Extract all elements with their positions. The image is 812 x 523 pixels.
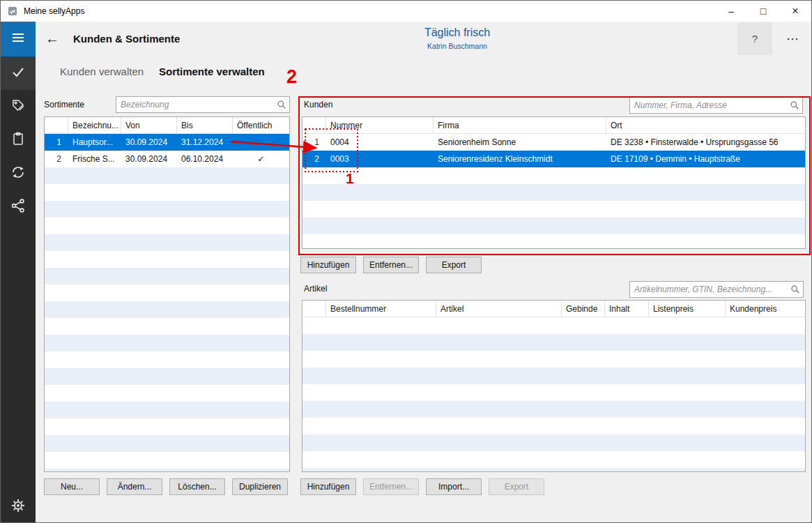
artikel-export-button[interactable]: Export bbox=[489, 478, 544, 495]
empty-row bbox=[45, 435, 289, 452]
empty-row bbox=[302, 317, 805, 334]
kunden-hinzufuegen-button[interactable]: Hinzufügen bbox=[300, 257, 356, 273]
kunden-entfernen-button[interactable]: Entfernen... bbox=[363, 257, 419, 273]
empty-row bbox=[302, 234, 805, 249]
column-header-gebinde[interactable]: Gebinde bbox=[562, 301, 605, 317]
sidebar-item-share[interactable] bbox=[1, 190, 36, 224]
org-name[interactable]: Täglich frisch bbox=[353, 26, 562, 39]
column-header-bestellnummer[interactable]: Bestellnummer bbox=[326, 301, 436, 317]
column-header-nummer[interactable]: Nummer bbox=[326, 117, 434, 133]
help-button[interactable]: ? bbox=[737, 22, 772, 55]
column-header-rownum bbox=[302, 117, 326, 133]
hamburger-menu-button[interactable] bbox=[1, 22, 36, 56]
sortimente-search-input[interactable] bbox=[116, 96, 290, 113]
artikel-label: Artikel bbox=[304, 284, 327, 294]
share-network-icon bbox=[10, 198, 26, 216]
empty-row bbox=[45, 201, 289, 218]
aendern-button[interactable]: Ändern... bbox=[107, 478, 162, 495]
table-row[interactable]: 2 Frische S... 30.09.2024 06.10.2024 ✓ bbox=[45, 151, 289, 167]
sortimente-label: Sortimente bbox=[44, 100, 84, 109]
sync-icon bbox=[10, 165, 26, 183]
more-options-button[interactable]: ⋯ bbox=[776, 22, 809, 55]
column-header-listenpreis[interactable]: Listenpreis bbox=[649, 301, 726, 317]
artikel-hinzufuegen-button[interactable]: Hinzufügen bbox=[300, 478, 356, 495]
cell-oeffentlich: ✓ bbox=[233, 154, 289, 164]
user-name[interactable]: Katrin Buschmann bbox=[353, 42, 562, 50]
sidebar-item-sortimente[interactable] bbox=[1, 90, 36, 123]
column-header-rownum bbox=[302, 301, 326, 317]
maximize-button[interactable]: □ bbox=[747, 1, 779, 22]
sortimente-table-body: 1 Hauptsor... 30.09.2024 31.12.2024 2 Fr… bbox=[45, 134, 289, 472]
table-row[interactable]: 1 0004 Seniorenheim Sonne DE 3238 • Fins… bbox=[302, 134, 805, 151]
kunden-export-button[interactable]: Export bbox=[426, 257, 482, 273]
tab-sortimente-verwalten[interactable]: Sortimente verwalten bbox=[159, 66, 265, 77]
empty-row bbox=[45, 285, 289, 301]
kunden-table-body: 1 0004 Seniorenheim Sonne DE 3238 • Fins… bbox=[302, 134, 805, 249]
sidebar-item-clipboard[interactable] bbox=[1, 123, 36, 157]
app-window: Meine sellyApps – □ × bbox=[0, 0, 812, 523]
cell-bis: 06.10.2024 bbox=[177, 154, 233, 164]
close-button[interactable]: × bbox=[779, 1, 811, 22]
empty-row bbox=[45, 218, 289, 234]
hamburger-icon bbox=[10, 30, 26, 48]
column-header-inhalt[interactable]: Inhalt bbox=[605, 301, 649, 317]
window-controls: – □ × bbox=[715, 1, 811, 22]
empty-row bbox=[302, 184, 805, 201]
cell-von: 30.09.2024 bbox=[121, 154, 177, 164]
duplizieren-button[interactable]: Duplizieren bbox=[232, 478, 288, 495]
column-header-von[interactable]: Von bbox=[121, 117, 177, 133]
sidebar-item-tasks[interactable] bbox=[1, 56, 36, 90]
sortimente-table-header: Bezeichnu... Von Bis Öffentlich bbox=[45, 117, 289, 134]
artikel-table-body bbox=[302, 317, 805, 472]
cell-nummer: 0004 bbox=[326, 137, 434, 147]
settings-button[interactable] bbox=[1, 490, 36, 523]
tab-kunden-verwalten[interactable]: Kunden verwalten bbox=[60, 66, 144, 77]
table-row[interactable]: 1 Hauptsor... 30.09.2024 31.12.2024 bbox=[45, 134, 289, 151]
table-row[interactable]: 2 0003 Seniorenresidenz Kleinschmidt DE … bbox=[302, 151, 805, 167]
minimize-button[interactable]: – bbox=[715, 1, 747, 22]
column-header-rownum bbox=[45, 117, 68, 133]
empty-row bbox=[45, 318, 289, 335]
sidebar bbox=[1, 22, 36, 523]
neu-button[interactable]: Neu... bbox=[44, 478, 100, 495]
back-button[interactable]: ← bbox=[43, 29, 62, 48]
cell-rownum: 2 bbox=[45, 154, 68, 164]
column-header-artikel[interactable]: Artikel bbox=[436, 301, 562, 317]
empty-row bbox=[302, 451, 805, 468]
artikel-table: Bestellnummer Artikel Gebinde Inhalt Lis… bbox=[302, 300, 806, 472]
column-header-oeffentlich[interactable]: Öffentlich bbox=[233, 117, 289, 133]
empty-row bbox=[45, 402, 289, 418]
tag-pencil-icon bbox=[10, 98, 26, 116]
empty-row bbox=[302, 201, 805, 218]
empty-row bbox=[45, 469, 289, 472]
artikel-entfernen-button[interactable]: Entfernen... bbox=[363, 478, 419, 495]
sidebar-item-sync[interactable] bbox=[1, 157, 36, 190]
column-header-kundenpreis[interactable]: Kundenpreis bbox=[726, 301, 805, 317]
artikel-import-button[interactable]: Import... bbox=[426, 478, 482, 495]
artikel-search-input[interactable] bbox=[629, 281, 804, 298]
org-block: Täglich frisch Katrin Buschmann bbox=[353, 26, 562, 50]
empty-row bbox=[302, 401, 805, 418]
empty-row bbox=[302, 418, 805, 434]
checkmark-icon bbox=[10, 64, 26, 82]
column-header-bezeichnung[interactable]: Bezeichnu... bbox=[68, 117, 121, 133]
kunden-search-input[interactable] bbox=[629, 97, 803, 114]
empty-row bbox=[45, 385, 289, 402]
empty-row bbox=[302, 384, 805, 401]
column-header-bis[interactable]: Bis bbox=[177, 117, 233, 133]
artikel-search bbox=[629, 281, 804, 298]
cell-bezeichnung: Frische S... bbox=[68, 154, 121, 164]
empty-row bbox=[45, 184, 289, 201]
cell-nummer: 0003 bbox=[326, 154, 434, 164]
artikel-table-header: Bestellnummer Artikel Gebinde Inhalt Lis… bbox=[302, 301, 805, 317]
annotation-step-2: 2 bbox=[286, 66, 297, 88]
empty-row bbox=[45, 268, 289, 285]
sortimente-search bbox=[116, 96, 290, 113]
loeschen-button[interactable]: Löschen... bbox=[169, 478, 225, 495]
annotation-step-1: 1 bbox=[346, 170, 354, 187]
cell-rownum: 1 bbox=[302, 137, 326, 147]
empty-row bbox=[302, 351, 805, 367]
column-header-firma[interactable]: Firma bbox=[434, 117, 606, 133]
column-header-ort[interactable]: Ort bbox=[606, 117, 805, 133]
cell-rownum: 1 bbox=[45, 137, 68, 147]
